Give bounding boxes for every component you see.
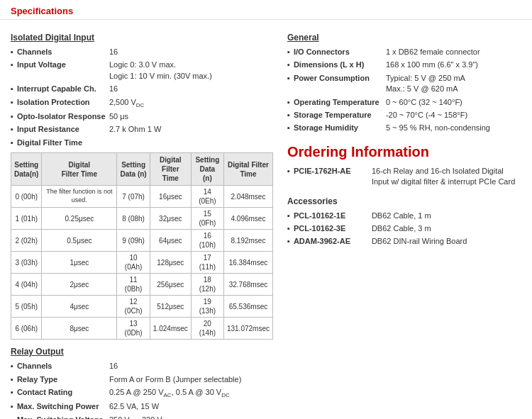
storage-humidity: Storage Humidity 5 ~ 95 % RH, non-conden… xyxy=(287,123,521,133)
max-switching-power: Max. Switching Power 62.5 VA, 15 W xyxy=(11,401,273,412)
col-filter2: DigitalFilterTime xyxy=(150,153,191,186)
relay-output-specs: Channels 16 Relay Type Form A or Form B … xyxy=(11,361,273,419)
spec-digital-filter: Digital Filter Time xyxy=(11,138,273,148)
isolated-digital-input-title: Isolated Digital Input xyxy=(11,33,273,43)
right-column: General I/O Connectors 1 x DB62 female c… xyxy=(287,27,521,419)
relay-output-section: Relay Output Channels 16 Relay Type Form… xyxy=(11,347,273,419)
left-column: Isolated Digital Input Channels 16 Input… xyxy=(11,27,273,419)
isolated-digital-input-section: Isolated Digital Input Channels 16 Input… xyxy=(11,33,273,340)
io-connectors: I/O Connectors 1 x DB62 female connector xyxy=(287,47,521,57)
table-row: 2 (02h) 0.5μsec 9 (09h) 64μsec 16 (10h) … xyxy=(11,230,273,252)
ordering-information-title: Ordering Information xyxy=(287,144,521,160)
col-setting1: SettingData(n) xyxy=(11,153,42,186)
relay-output-title: Relay Output xyxy=(11,347,273,357)
spec-input-voltage: Input Voltage Logic 0: 3.0 V max.Logic 1… xyxy=(11,60,273,82)
table-row: 5 (05h) 4μsec 12 (0Ch) 512μsec 19 (13h) … xyxy=(11,296,273,318)
storage-temperature: Storage Temperature -20 ~ 70°C (-4 ~ 158… xyxy=(287,110,521,121)
dimensions: Dimensions (L x H) 168 x 100 mm (6.6" x … xyxy=(287,60,521,70)
page-title: Specifications xyxy=(0,0,532,20)
order-item-pcie: PCIE-1762H-AE 16-ch Relay and 16-ch Isol… xyxy=(287,166,521,188)
general-section: General I/O Connectors 1 x DB62 female c… xyxy=(287,33,521,134)
accessory-adam: ADAM-3962-AE DB62 DIN-rail Wiring Board xyxy=(287,236,521,247)
table-row: 0 (00h) The filter function is not used.… xyxy=(11,186,273,208)
spec-interrupt-capable: Interrupt Capable Ch. 16 xyxy=(11,84,273,94)
spec-input-resistance: Input Resistance 2.7 k Ohm 1 W xyxy=(11,124,273,135)
operating-temperature: Operating Temperature 0 ~ 60°C (32 ~ 140… xyxy=(287,97,521,108)
power-consumption: Power Consumption Typical: 5 V @ 250 mAM… xyxy=(287,73,521,95)
general-specs: I/O Connectors 1 x DB62 female connector… xyxy=(287,47,521,134)
filter-time-table: SettingData(n) DigitalFilter Time Settin… xyxy=(11,152,273,340)
col-filter1: DigitalFilter Time xyxy=(42,153,117,186)
col-setting2: SettingData (n) xyxy=(117,153,150,186)
col-setting3: SettingData (n) xyxy=(191,153,223,186)
general-title: General xyxy=(287,33,521,43)
isolated-digital-input-specs: Channels 16 Input Voltage Logic 0: 3.0 V… xyxy=(11,47,273,148)
spec-channels: Channels 16 xyxy=(11,47,273,57)
table-row: 3 (03h) 1μsec 10 (0Ah) 128μsec 17 (11h) … xyxy=(11,252,273,274)
table-row: 4 (04h) 2μsec 11 (0Bh) 256μsec 18 (12h) … xyxy=(11,274,273,296)
col-filter3: Digital FilterTime xyxy=(223,153,272,186)
accessories-specs: PCL-10162-1E DB62 Cable, 1 m PCL-10162-3… xyxy=(287,211,521,247)
table-row: 6 (06h) 8μsec 13 (0Dh) 1.024msec 20 (14h… xyxy=(11,318,273,340)
accessories-title: Accessories xyxy=(287,196,521,206)
accessory-pcl-1e: PCL-10162-1E DB62 Cable, 1 m xyxy=(287,211,521,221)
ordering-specs: PCIE-1762H-AE 16-ch Relay and 16-ch Isol… xyxy=(287,166,521,188)
accessories-section: Accessories PCL-10162-1E DB62 Cable, 1 m… xyxy=(287,196,521,247)
relay-type: Relay Type Form A or Form B (Jumper sele… xyxy=(11,374,273,385)
max-switching-voltage: Max. Switching Voltage 250 VAC, 220 VDC xyxy=(11,415,273,419)
accessory-pcl-3e: PCL-10162-3E DB62 Cable, 3 m xyxy=(287,223,521,234)
contact-rating: Contact Rating 0.25 A @ 250 VAC, 0.5 A @… xyxy=(11,387,273,399)
table-row: 1 (01h) 0.25μsec 8 (08h) 32μsec 15 (0Fh)… xyxy=(11,208,273,230)
relay-channels: Channels 16 xyxy=(11,361,273,371)
ordering-information-section: Ordering Information PCIE-1762H-AE 16-ch… xyxy=(287,144,521,188)
spec-isolation-protection: Isolation Protection 2,500 VDC xyxy=(11,97,273,109)
spec-opto-isolator: Opto-Isolator Response 50 μs xyxy=(11,111,273,122)
